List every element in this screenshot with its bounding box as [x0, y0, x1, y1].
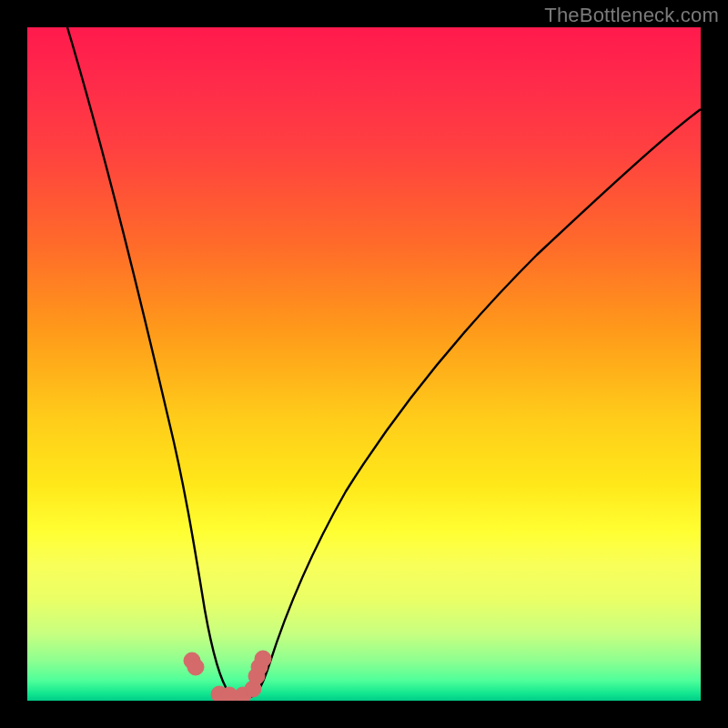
- highlight-dots: [184, 651, 271, 701]
- svg-point-8: [255, 651, 271, 667]
- svg-point-1: [187, 659, 204, 675]
- plot-area: [27, 27, 701, 701]
- curve-svg: [27, 27, 701, 701]
- chart-frame: TheBottleneck.com: [0, 0, 728, 728]
- watermark-text: TheBottleneck.com: [544, 4, 719, 27]
- bottleneck-curve: [67, 27, 701, 698]
